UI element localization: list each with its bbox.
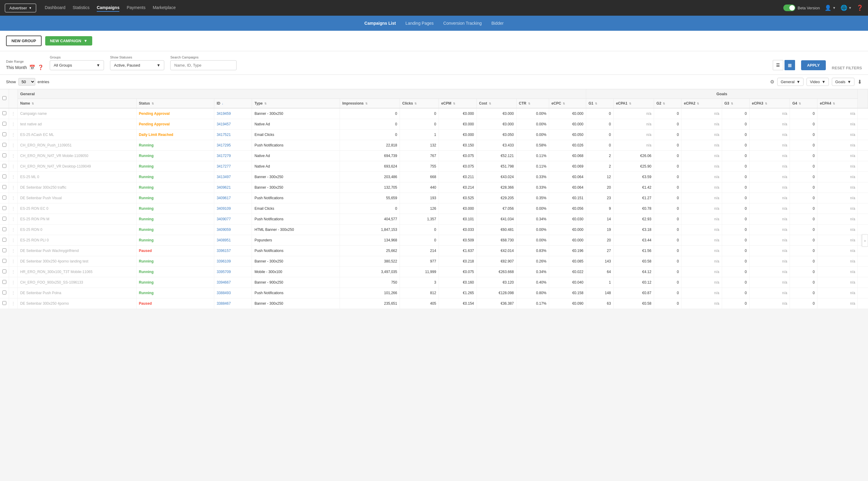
nav-campaigns[interactable]: Campaigns: [97, 4, 119, 12]
advertiser-button[interactable]: Advertiser ▼: [5, 4, 36, 12]
col-id[interactable]: ID ↓: [214, 99, 252, 108]
row-checkbox[interactable]: [2, 206, 6, 210]
subnav-campaigns-list[interactable]: Campaigns List: [364, 19, 396, 28]
row-drag[interactable]: ⋮: [9, 214, 18, 225]
nav-statistics[interactable]: Statistics: [73, 4, 90, 12]
row-drag[interactable]: ⋮: [9, 172, 18, 182]
show-entries-select[interactable]: 50 25 100: [19, 78, 35, 86]
col-status[interactable]: Status ⇅: [136, 99, 214, 108]
scroll-right-button[interactable]: ›: [862, 234, 868, 247]
settings-icon[interactable]: ⚙: [770, 79, 774, 85]
subnav-bidder[interactable]: Bidder: [491, 19, 503, 28]
row-checkbox[interactable]: [2, 217, 6, 221]
row-g3: 0: [722, 130, 749, 140]
row-drag[interactable]: ⋮: [9, 119, 18, 130]
row-checkbox[interactable]: [2, 227, 6, 231]
subnav-landing-pages[interactable]: Landing Pages: [405, 19, 433, 28]
row-drag[interactable]: ⋮: [9, 225, 18, 235]
row-drag[interactable]: ⋮: [9, 203, 18, 214]
col-ecpa1[interactable]: eCPA1 ⇅: [613, 99, 654, 108]
col-type[interactable]: Type ⇅: [252, 99, 340, 108]
col-g2[interactable]: G2 ⇅: [654, 99, 681, 108]
row-g1: 1: [586, 277, 613, 288]
row-checkbox[interactable]: [2, 132, 6, 136]
col-impressions[interactable]: Impressions ⇅: [340, 99, 400, 108]
user-icon[interactable]: 👤 ▼: [825, 4, 836, 11]
row-drag[interactable]: ⋮: [9, 246, 18, 256]
table-row: ⋮ ES-25 ML 0 Running 3413497 Banner - 30…: [0, 172, 868, 182]
row-checkbox[interactable]: [2, 248, 6, 252]
search-input[interactable]: [170, 60, 237, 70]
row-checkbox[interactable]: [2, 238, 6, 242]
row-g4: 0: [789, 140, 817, 151]
row-checkbox[interactable]: [2, 301, 6, 305]
groups-select[interactable]: All Groups ▼: [50, 60, 104, 70]
row-drag[interactable]: ⋮: [9, 161, 18, 172]
row-ecpa2: n/a: [681, 182, 722, 193]
row-g2: 0: [654, 161, 681, 172]
row-checkbox[interactable]: [2, 111, 6, 115]
row-drag[interactable]: ⋮: [9, 298, 18, 309]
nav-marketplace[interactable]: Marketplace: [153, 4, 176, 12]
col-ecpm[interactable]: eCPM ⇅: [439, 99, 476, 108]
calendar-icon[interactable]: 📅: [29, 64, 35, 70]
row-checkbox[interactable]: [2, 269, 6, 274]
row-g4: 0: [789, 225, 817, 235]
col-clicks[interactable]: Clicks ⇅: [400, 99, 438, 108]
row-drag[interactable]: ⋮: [9, 256, 18, 267]
new-group-button[interactable]: NEW GROUP: [6, 36, 41, 46]
general-view-select[interactable]: General ▼: [777, 78, 804, 86]
nav-dashboard[interactable]: Dashboard: [44, 4, 65, 12]
col-g1[interactable]: G1 ⇅: [586, 99, 613, 108]
row-drag[interactable]: ⋮: [9, 151, 18, 161]
row-checkbox[interactable]: [2, 259, 6, 263]
help-icon[interactable]: ❓: [857, 4, 863, 11]
row-checkbox[interactable]: [2, 122, 6, 126]
row-ecpc: €0.069: [549, 161, 586, 172]
row-drag[interactable]: ⋮: [9, 130, 18, 140]
row-checkbox[interactable]: [2, 153, 6, 157]
beta-toggle-switch[interactable]: [783, 4, 795, 11]
row-drag[interactable]: ⋮: [9, 277, 18, 288]
row-checkbox[interactable]: [2, 185, 6, 189]
row-checkbox[interactable]: [2, 196, 6, 199]
row-checkbox[interactable]: [2, 280, 6, 284]
col-ecpa3[interactable]: eCPA3 ⇅: [749, 99, 789, 108]
download-icon[interactable]: ⬇: [858, 79, 862, 85]
date-help-icon[interactable]: ❓: [38, 64, 44, 70]
new-campaign-button[interactable]: NEW CAMPAIGN ▼: [45, 36, 93, 45]
col-ecpc[interactable]: eCPC ⇅: [549, 99, 586, 108]
row-drag[interactable]: ⋮: [9, 140, 18, 151]
col-g3[interactable]: G3 ⇅: [722, 99, 749, 108]
list-view-button[interactable]: ☰: [773, 60, 783, 70]
row-checkbox[interactable]: [2, 143, 6, 147]
row-drag[interactable]: ⋮: [9, 108, 18, 119]
col-ecpa4[interactable]: eCPA4 ⇅: [817, 99, 858, 108]
col-name[interactable]: Name ⇅: [18, 99, 136, 108]
col-g4[interactable]: G4 ⇅: [789, 99, 817, 108]
row-drag[interactable]: ⋮: [9, 182, 18, 193]
nav-payments[interactable]: Payments: [127, 4, 145, 12]
col-ctr[interactable]: CTR ⇅: [516, 99, 549, 108]
row-name: DE Seitenbar Push Polna: [18, 288, 136, 298]
row-drag[interactable]: ⋮: [9, 235, 18, 246]
col-cost[interactable]: Cost ⇅: [476, 99, 516, 108]
row-drag[interactable]: ⋮: [9, 193, 18, 203]
grid-view-button[interactable]: ▦: [784, 60, 795, 70]
row-drag[interactable]: ⋮: [9, 288, 18, 298]
reset-filters-button[interactable]: RESET FILTERS: [832, 66, 862, 70]
row-drag[interactable]: ⋮: [9, 267, 18, 277]
goals-view-select[interactable]: Goals ▼: [832, 78, 855, 86]
apply-button[interactable]: APPLY: [801, 60, 826, 70]
show-statuses-select[interactable]: Active, Paused ▼: [110, 60, 164, 70]
row-ecpm: €1.637: [439, 246, 476, 256]
row-checkbox[interactable]: [2, 164, 6, 168]
video-view-select[interactable]: Video ▼: [807, 78, 829, 86]
row-checkbox[interactable]: [2, 291, 6, 294]
col-ecpa2[interactable]: eCPA2 ⇅: [681, 99, 722, 108]
subnav-conversion-tracking[interactable]: Conversion Tracking: [443, 19, 482, 28]
select-all-checkbox[interactable]: [2, 96, 6, 100]
row-cost: €60.481: [476, 225, 516, 235]
globe-icon[interactable]: 🌐 ▼: [841, 4, 852, 11]
row-checkbox[interactable]: [2, 174, 6, 179]
